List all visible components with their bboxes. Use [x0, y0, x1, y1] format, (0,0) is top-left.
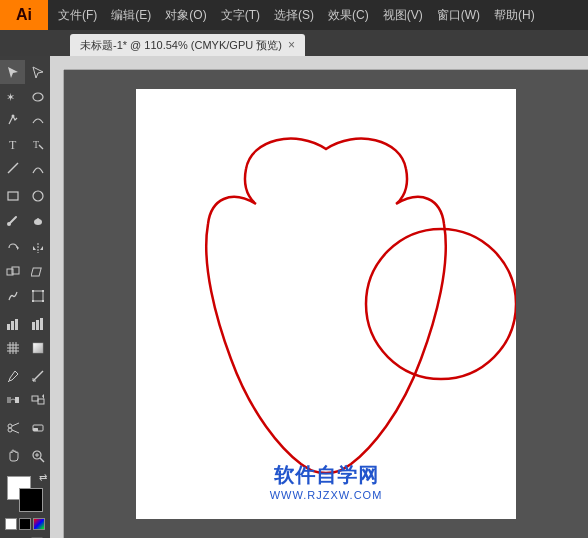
svg-rect-24: [32, 322, 35, 330]
menu-window[interactable]: 窗口(W): [431, 5, 486, 26]
canvas-inner[interactable]: 软件自学网 WWW.RJZXW.COM: [64, 70, 588, 538]
svg-point-9: [7, 222, 11, 226]
eraser-tool[interactable]: [25, 416, 50, 440]
tab-title: 未标题-1* @ 110.54% (CMYK/GPU 预览): [80, 38, 282, 53]
arc-tool[interactable]: [25, 156, 50, 180]
direct-selection-tool[interactable]: [25, 60, 50, 84]
tool-row-paint: [0, 208, 50, 232]
scale-tool[interactable]: [0, 260, 25, 284]
svg-point-1: [33, 93, 43, 101]
free-transform-tool[interactable]: [25, 284, 50, 308]
tool-row-warp: [0, 284, 50, 308]
tool-row-selection: [0, 60, 50, 84]
tool-row-scissors: [0, 416, 50, 440]
svg-line-6: [8, 163, 18, 173]
tool-row-graph: [0, 312, 50, 336]
watermark-text-main: 软件自学网: [136, 462, 516, 489]
selection-tool[interactable]: [0, 60, 25, 84]
svg-rect-20: [42, 300, 44, 302]
svg-line-49: [40, 458, 44, 462]
tool-row-scale: [0, 260, 50, 284]
ruler-corner: [50, 56, 64, 70]
ellipse-tool[interactable]: [25, 184, 50, 208]
svg-rect-25: [36, 320, 39, 330]
menu-help[interactable]: 帮助(H): [488, 5, 541, 26]
scissors-tool[interactable]: [0, 416, 25, 440]
svg-line-44: [12, 423, 19, 426]
type-tool[interactable]: T: [0, 132, 25, 156]
svg-line-5: [39, 145, 43, 149]
tool-row-type: T T: [0, 132, 50, 156]
menu-edit[interactable]: 编辑(E): [105, 5, 157, 26]
svg-point-42: [8, 424, 12, 428]
ruler-horizontal: [64, 56, 588, 70]
tool-row-magic: ✶: [0, 84, 50, 108]
lasso-tool[interactable]: [25, 84, 50, 108]
svg-line-45: [12, 430, 19, 433]
draw-normal-icon[interactable]: [0, 534, 25, 538]
gradient-tool[interactable]: [25, 336, 50, 360]
document-tab[interactable]: 未标题-1* @ 110.54% (CMYK/GPU 预览) ×: [70, 34, 305, 56]
eyedropper-tool[interactable]: [0, 364, 25, 388]
shear-tool[interactable]: [25, 260, 50, 284]
menu-effect[interactable]: 效果(C): [322, 5, 375, 26]
warp-tool[interactable]: [0, 284, 25, 308]
svg-rect-16: [33, 291, 43, 301]
svg-rect-19: [32, 300, 34, 302]
none-swatch[interactable]: [5, 518, 17, 530]
menu-file[interactable]: 文件(F): [52, 5, 103, 26]
svg-rect-23: [15, 319, 18, 330]
tool-row-mesh: [0, 336, 50, 360]
black-swatch[interactable]: [19, 518, 31, 530]
measure-tool[interactable]: [25, 364, 50, 388]
blend-tool[interactable]: [0, 388, 25, 412]
ai-logo: Ai: [0, 0, 48, 30]
tool-row-blend: [0, 388, 50, 412]
swap-fill-stroke[interactable]: ⇄: [39, 472, 47, 483]
magic-wand-tool[interactable]: ✶: [0, 84, 25, 108]
svg-rect-47: [33, 428, 38, 431]
menu-object[interactable]: 对象(O): [159, 5, 212, 26]
svg-rect-33: [33, 343, 43, 353]
tool-row-transform: [0, 236, 50, 260]
menu-select[interactable]: 选择(S): [268, 5, 320, 26]
column-graph-tool[interactable]: [25, 312, 50, 336]
graph-tool[interactable]: [0, 312, 25, 336]
artboard: 软件自学网 WWW.RJZXW.COM: [136, 89, 516, 519]
reflect-tool[interactable]: [25, 236, 50, 260]
touch-type-tool[interactable]: T: [25, 132, 50, 156]
svg-rect-40: [32, 396, 38, 401]
svg-text:✶: ✶: [6, 91, 15, 103]
line-segment-tool[interactable]: [0, 156, 25, 180]
zoom-tool[interactable]: [25, 444, 50, 468]
stroke-color[interactable]: [19, 488, 43, 512]
live-paint-tool[interactable]: [25, 388, 50, 412]
color-area: ⇄: [1, 472, 49, 534]
draw-behind-icon[interactable]: [25, 534, 50, 538]
rotate-tool[interactable]: [0, 236, 25, 260]
menu-type[interactable]: 文字(T): [215, 5, 266, 26]
tool-row-drawmode: [0, 534, 50, 538]
hand-tool[interactable]: [0, 444, 25, 468]
tab-close-button[interactable]: ×: [288, 38, 295, 52]
color-swatch[interactable]: [33, 518, 45, 530]
rectangle-tool[interactable]: [0, 184, 25, 208]
blob-brush-tool[interactable]: [25, 208, 50, 232]
pen-tool[interactable]: [0, 108, 25, 132]
toolbar: ✶ T T: [0, 56, 50, 538]
menu-view[interactable]: 视图(V): [377, 5, 429, 26]
mini-swatches: [5, 518, 45, 530]
fill-stroke-selector[interactable]: ⇄: [7, 476, 43, 512]
curvature-tool[interactable]: [25, 108, 50, 132]
paintbrush-tool[interactable]: [0, 208, 25, 232]
artwork-svg: [136, 89, 516, 519]
tool-row-eyedropper: [0, 364, 50, 388]
ruler-vertical: [50, 70, 64, 538]
mesh-tool[interactable]: [0, 336, 25, 360]
svg-rect-7: [8, 192, 18, 200]
svg-rect-21: [7, 324, 10, 330]
svg-marker-11: [17, 246, 19, 250]
tool-row-shape: [0, 184, 50, 208]
tool-row-hand: [0, 444, 50, 468]
tab-bar: 未标题-1* @ 110.54% (CMYK/GPU 预览) ×: [0, 30, 588, 56]
